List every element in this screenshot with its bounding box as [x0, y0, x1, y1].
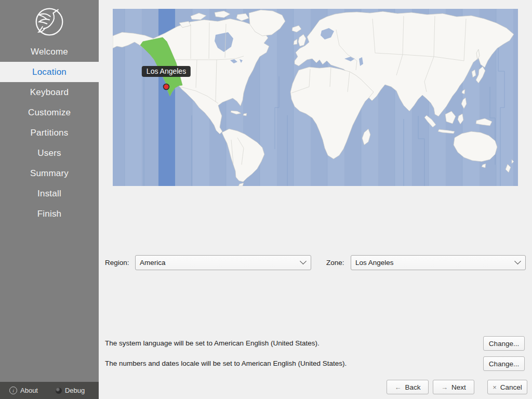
- timezone-map[interactable]: Los Angeles: [113, 9, 518, 186]
- language-message: The system language will be set to Ameri…: [105, 336, 320, 351]
- sidebar-item-keyboard[interactable]: Keyboard: [0, 82, 99, 102]
- distro-logo: [0, 0, 99, 37]
- change-locale-label: Change...: [489, 360, 520, 368]
- sidebar-item-users[interactable]: Users: [0, 143, 99, 163]
- back-arrow-icon: ←: [394, 383, 401, 391]
- sidebar-item-finish[interactable]: Finish: [0, 204, 99, 224]
- region-dropdown[interactable]: America: [135, 255, 311, 270]
- next-label: Next: [451, 383, 466, 391]
- back-label: Back: [405, 383, 420, 391]
- debug-button[interactable]: Debug: [56, 387, 85, 394]
- city-marker[interactable]: [164, 84, 169, 90]
- world-map-image: [113, 9, 518, 186]
- sidebar-item-customize[interactable]: Customize: [0, 102, 99, 123]
- selected-city-label: Los Angeles: [142, 66, 191, 77]
- cancel-label: Cancel: [500, 383, 522, 391]
- step-list: Welcome Location Keyboard Customize Part…: [0, 42, 99, 224]
- next-button[interactable]: → Next: [433, 380, 474, 394]
- sidebar-item-summary[interactable]: Summary: [0, 163, 99, 183]
- close-icon: ×: [493, 383, 497, 391]
- about-label: About: [20, 387, 38, 394]
- change-language-button[interactable]: Change...: [483, 336, 525, 351]
- debug-label: Debug: [65, 387, 85, 394]
- locale-message: The numbers and dates locale will be set…: [105, 356, 347, 371]
- back-button[interactable]: ← Back: [387, 380, 429, 394]
- about-button[interactable]: i About: [9, 387, 38, 394]
- zone-label: Zone:: [326, 255, 344, 270]
- sidebar-item-partitions[interactable]: Partitions: [0, 123, 99, 143]
- region-value: America: [140, 259, 166, 267]
- chevron-down-icon: [300, 258, 307, 264]
- zone-dropdown[interactable]: Los Angeles: [351, 255, 526, 270]
- sidebar: Welcome Location Keyboard Customize Part…: [0, 0, 99, 399]
- installer-window: Welcome Location Keyboard Customize Part…: [0, 0, 532, 399]
- location-page: Los Angeles Region: America Zone: Los An…: [99, 0, 532, 399]
- region-label: Region:: [105, 255, 129, 270]
- sidebar-item-welcome[interactable]: Welcome: [0, 42, 99, 62]
- sidebar-item-location[interactable]: Location: [0, 62, 99, 82]
- info-icon: i: [9, 387, 17, 394]
- bug-icon: [56, 388, 62, 394]
- zone-value: Los Angeles: [355, 259, 394, 267]
- cancel-button[interactable]: × Cancel: [487, 380, 527, 394]
- chevron-down-icon: [514, 258, 521, 264]
- sidebar-item-install[interactable]: Install: [0, 183, 99, 204]
- hummingbird-logo-icon: [34, 6, 65, 37]
- change-locale-button[interactable]: Change...: [483, 356, 525, 371]
- change-language-label: Change...: [489, 340, 520, 348]
- next-arrow-icon: →: [441, 383, 448, 391]
- sidebar-footer: i About Debug: [0, 382, 99, 399]
